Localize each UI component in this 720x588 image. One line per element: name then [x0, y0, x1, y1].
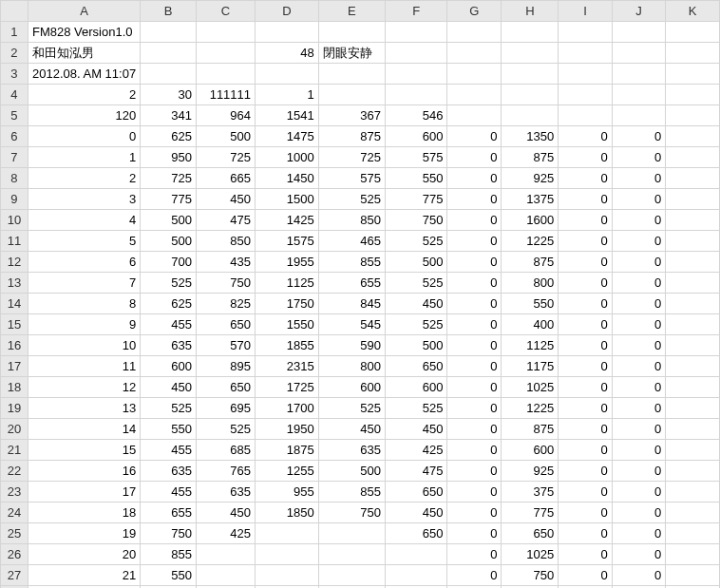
cell-A18[interactable]: 12	[28, 377, 140, 398]
cell-D2[interactable]: 48	[256, 43, 319, 64]
row-header[interactable]: 5	[1, 105, 28, 126]
cell-E1[interactable]	[318, 22, 385, 43]
cell-F19[interactable]: 525	[385, 398, 447, 419]
cell-G27[interactable]: 0	[447, 565, 502, 586]
cell-A14[interactable]: 8	[28, 294, 140, 314]
cell-C7[interactable]: 725	[196, 147, 255, 168]
column-header-B[interactable]: B	[141, 1, 197, 22]
corner-cell[interactable]	[1, 1, 28, 22]
cell-B20[interactable]: 550	[141, 419, 197, 440]
cell-B16[interactable]: 635	[141, 335, 197, 356]
cell-G1[interactable]	[447, 22, 502, 43]
cell-J23[interactable]: 0	[612, 482, 665, 503]
cell-D27[interactable]	[256, 565, 319, 586]
cell-H11[interactable]: 1225	[502, 231, 559, 252]
cell-H2[interactable]	[502, 43, 559, 64]
cell-D13[interactable]: 1125	[256, 273, 319, 294]
cell-B17[interactable]: 600	[141, 356, 197, 377]
cell-A16[interactable]: 10	[28, 335, 140, 356]
cell-K10[interactable]	[666, 210, 720, 231]
cell-D3[interactable]	[256, 64, 319, 85]
column-header-J[interactable]: J	[612, 1, 665, 22]
row-header[interactable]: 23	[1, 482, 28, 503]
cell-I5[interactable]	[559, 105, 612, 126]
cell-A9[interactable]: 3	[28, 189, 140, 210]
row-header[interactable]: 14	[1, 294, 28, 314]
cell-E10[interactable]: 850	[318, 210, 385, 231]
cell-A15[interactable]: 9	[28, 314, 140, 335]
cell-K9[interactable]	[666, 189, 720, 210]
cell-J10[interactable]: 0	[612, 210, 665, 231]
row-header[interactable]: 24	[1, 503, 28, 523]
cell-B26[interactable]: 855	[141, 544, 197, 565]
cell-F5[interactable]: 546	[385, 105, 447, 126]
row-header[interactable]: 12	[1, 252, 28, 273]
row-header[interactable]: 2	[1, 43, 28, 64]
cell-A26[interactable]: 20	[28, 544, 140, 565]
cell-G3[interactable]	[447, 64, 502, 85]
cell-E27[interactable]	[318, 565, 385, 586]
cell-K27[interactable]	[666, 565, 720, 586]
cell-D5[interactable]: 1541	[256, 105, 319, 126]
cell-C22[interactable]: 765	[196, 461, 255, 482]
cell-H12[interactable]: 875	[502, 252, 559, 273]
cell-K24[interactable]	[666, 503, 720, 523]
cell-D23[interactable]: 955	[256, 482, 319, 503]
cell-J7[interactable]: 0	[612, 147, 665, 168]
cell-F6[interactable]: 600	[385, 126, 447, 147]
cell-A27[interactable]: 21	[28, 565, 140, 586]
cell-I7[interactable]: 0	[559, 147, 612, 168]
cell-E22[interactable]: 500	[318, 461, 385, 482]
cell-A11[interactable]: 5	[28, 231, 140, 252]
column-header-H[interactable]: H	[502, 1, 559, 22]
cell-I8[interactable]: 0	[559, 168, 612, 189]
cell-C16[interactable]: 570	[196, 335, 255, 356]
cell-H14[interactable]: 550	[502, 294, 559, 314]
cell-H9[interactable]: 1375	[502, 189, 559, 210]
cell-H7[interactable]: 875	[502, 147, 559, 168]
cell-H8[interactable]: 925	[502, 168, 559, 189]
cell-A6[interactable]: 0	[28, 126, 140, 147]
cell-C24[interactable]: 450	[196, 503, 255, 523]
cell-K22[interactable]	[666, 461, 720, 482]
cell-F10[interactable]: 750	[385, 210, 447, 231]
cell-C12[interactable]: 435	[196, 252, 255, 273]
cell-H21[interactable]: 600	[502, 440, 559, 461]
column-header-D[interactable]: D	[256, 1, 319, 22]
cell-E25[interactable]	[318, 523, 385, 544]
row-header[interactable]: 8	[1, 168, 28, 189]
cell-D9[interactable]: 1500	[256, 189, 319, 210]
cell-H4[interactable]	[502, 85, 559, 105]
cell-K7[interactable]	[666, 147, 720, 168]
cell-C14[interactable]: 825	[196, 294, 255, 314]
cell-B7[interactable]: 950	[141, 147, 197, 168]
cell-J19[interactable]: 0	[612, 398, 665, 419]
cell-E20[interactable]: 450	[318, 419, 385, 440]
cell-J4[interactable]	[612, 85, 665, 105]
cell-G15[interactable]: 0	[447, 314, 502, 335]
row-header[interactable]: 22	[1, 461, 28, 482]
cell-B18[interactable]: 450	[141, 377, 197, 398]
cell-K13[interactable]	[666, 273, 720, 294]
cell-F14[interactable]: 450	[385, 294, 447, 314]
cell-I26[interactable]: 0	[559, 544, 612, 565]
column-header-G[interactable]: G	[447, 1, 502, 22]
column-header-K[interactable]: K	[666, 1, 720, 22]
cell-K21[interactable]	[666, 440, 720, 461]
cell-J24[interactable]: 0	[612, 503, 665, 523]
cell-H25[interactable]: 650	[502, 523, 559, 544]
cell-K1[interactable]	[666, 22, 720, 43]
cell-F24[interactable]: 450	[385, 503, 447, 523]
cell-K20[interactable]	[666, 419, 720, 440]
cell-E26[interactable]	[318, 544, 385, 565]
cell-I14[interactable]: 0	[559, 294, 612, 314]
cell-H23[interactable]: 375	[502, 482, 559, 503]
cell-H6[interactable]: 1350	[502, 126, 559, 147]
cell-C20[interactable]: 525	[196, 419, 255, 440]
cell-I16[interactable]: 0	[559, 335, 612, 356]
column-header-A[interactable]: A	[28, 1, 140, 22]
cell-H26[interactable]: 1025	[502, 544, 559, 565]
cell-J16[interactable]: 0	[612, 335, 665, 356]
cell-G24[interactable]: 0	[447, 503, 502, 523]
cell-K15[interactable]	[666, 314, 720, 335]
